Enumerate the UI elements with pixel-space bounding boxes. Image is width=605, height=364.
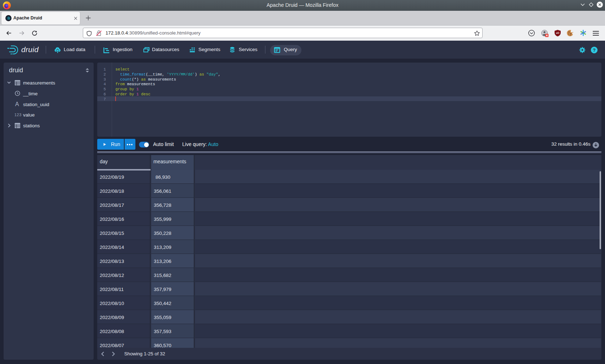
svg-text:?: ?	[593, 48, 596, 53]
svg-text:uO: uO	[556, 32, 559, 34]
